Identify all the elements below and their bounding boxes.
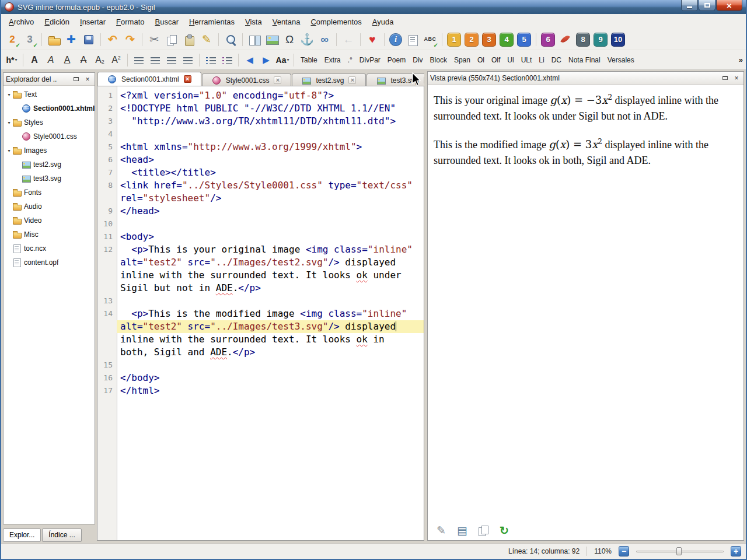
code-line[interactable]: 10 <box>97 218 424 230</box>
indent-icon[interactable]: ▶ <box>259 53 274 67</box>
tree-item-text[interactable]: ▾Text <box>4 88 95 102</box>
plugin-3-icon[interactable]: 3 <box>482 33 496 47</box>
metadata-info-icon[interactable]: i <box>389 33 402 46</box>
epub2-version-icon[interactable]: 2✓ <box>4 32 20 48</box>
tab-close-icon[interactable]: × <box>424 76 424 84</box>
tree-item-audio[interactable]: Audio <box>4 200 95 214</box>
code-line[interactable]: rel="stylesheet"/> <box>97 192 424 205</box>
code-line[interactable]: alt="test2" src="../Images/test2.svg"/> … <box>97 256 424 269</box>
add-existing-files-icon[interactable]: ✚ <box>63 32 79 48</box>
format-button-ult[interactable]: ULt <box>518 54 536 66</box>
align-right-icon[interactable] <box>164 53 179 67</box>
plugin-1-icon[interactable]: 1 <box>447 33 461 47</box>
format-button-divpar[interactable]: DivPar <box>356 54 384 66</box>
menu-formato[interactable]: Formato <box>111 15 149 29</box>
plugin-10-icon[interactable]: 10 <box>611 33 625 47</box>
code-line[interactable]: 1<?xml version="1.0" encoding="utf-8"?> <box>97 89 424 102</box>
code-line[interactable]: both, Sigil and ADE.</p> <box>97 346 424 359</box>
code-line[interactable]: 13 <box>97 295 424 307</box>
tree-item-test3-svg[interactable]: test3.svg <box>4 172 95 186</box>
expand-arrow-icon[interactable]: ▾ <box>6 92 12 97</box>
sidebar-tab-indice[interactable]: Índice ... <box>42 528 81 542</box>
zoom-slider-thumb[interactable] <box>676 547 682 555</box>
cut-icon[interactable]: ✂ <box>146 32 162 48</box>
format-button-extra[interactable]: Extra <box>321 54 344 66</box>
spellcheck-icon[interactable]: ABC✓ <box>422 32 438 48</box>
tree-item-images[interactable]: ▾Images <box>4 144 95 158</box>
menu-buscar[interactable]: Buscar <box>150 15 184 29</box>
format-button-table[interactable]: Table <box>297 54 321 66</box>
copy-selection-icon[interactable] <box>475 522 491 538</box>
tree-item-section0001-xhtml[interactable]: Section0001.xhtml <box>4 102 95 116</box>
plugin-9-icon[interactable]: 9 <box>594 33 608 47</box>
expand-arrow-icon[interactable]: ▾ <box>6 120 12 125</box>
tab-close-icon[interactable]: × <box>184 75 191 83</box>
tree-item-misc[interactable]: Misc <box>4 228 95 242</box>
insert-link-icon[interactable]: ∞ <box>316 32 333 48</box>
menu-archivo[interactable]: Archivo <box>4 15 39 29</box>
code-line[interactable]: 15 <box>97 359 424 372</box>
tree-item-content-opf[interactable]: content.opf <box>4 256 95 270</box>
code-line[interactable]: 8<link href="../Styles/Style0001.css" ty… <box>97 179 424 192</box>
code-line[interactable]: 16</body> <box>97 372 424 384</box>
reports-icon[interactable] <box>404 32 421 48</box>
bullet-list-icon[interactable] <box>203 53 218 67</box>
insert-image-icon[interactable] <box>264 32 280 48</box>
tab-style0001-css[interactable]: Style0001.css× <box>202 74 292 86</box>
split-view-icon[interactable] <box>246 32 263 48</box>
zoom-out-button[interactable]: − <box>619 546 629 556</box>
panel-float-button[interactable] <box>720 74 729 82</box>
plugin-4-icon[interactable]: 4 <box>500 33 514 47</box>
plugin-6-icon[interactable]: 6 <box>541 33 555 47</box>
panel-close-button[interactable]: × <box>83 75 92 83</box>
code-line[interactable]: 9</head> <box>97 205 424 218</box>
tree-item-style0001-css[interactable]: Style0001.css <box>4 130 95 144</box>
format-button-li[interactable]: Li <box>535 54 547 66</box>
superscript-icon[interactable]: A2 <box>109 53 124 67</box>
plugin-2-icon[interactable]: 2 <box>465 33 479 47</box>
expand-arrow-icon[interactable]: ▾ <box>6 148 12 153</box>
format-button-dc[interactable]: DC <box>548 54 565 66</box>
tab-test2-svg[interactable]: test2.svg× <box>292 74 366 86</box>
plugin-8-icon[interactable]: 8 <box>576 33 590 47</box>
minimize-button[interactable] <box>681 0 698 11</box>
code-line[interactable]: 4 <box>97 128 424 141</box>
format-button-ol[interactable]: Ol <box>474 54 488 66</box>
subscript-icon[interactable]: A2 <box>92 53 107 67</box>
menu-complementos[interactable]: Complementos <box>305 15 366 29</box>
tree-item-test2-svg[interactable]: test2.svg <box>4 158 95 172</box>
code-line[interactable]: 12 <p>This is your original image <img c… <box>97 243 424 256</box>
inspector-pen-icon[interactable]: ✎ <box>433 522 449 538</box>
tab-test3-svg[interactable]: test3.svg× <box>366 74 424 86</box>
tab-close-icon[interactable]: × <box>348 76 356 84</box>
undo-icon[interactable]: ↶ <box>104 32 121 48</box>
toolbar-overflow-icon[interactable]: » <box>739 55 743 64</box>
find-replace-icon[interactable] <box>222 32 239 48</box>
tree-item-video[interactable]: Video <box>4 214 95 228</box>
code-line[interactable]: 2<!DOCTYPE html PUBLIC "-//W3C//DTD XHTM… <box>97 102 424 115</box>
tree-item-toc-ncx[interactable]: toc.ncx <box>4 242 95 256</box>
format-button-span[interactable]: Span <box>451 54 474 66</box>
zoom-slider[interactable] <box>636 546 724 556</box>
outdent-icon[interactable]: ◀ <box>242 53 257 67</box>
heading-style-icon[interactable]: h*▾ <box>4 53 19 67</box>
align-center-icon[interactable] <box>148 53 163 67</box>
underline-icon[interactable]: A <box>60 53 75 67</box>
redo-icon[interactable]: ↷ <box>122 32 138 48</box>
tree-item-styles[interactable]: ▾Styles <box>4 116 95 130</box>
numbered-list-icon[interactable] <box>219 53 235 67</box>
tree-item-fonts[interactable]: Fonts <box>4 186 95 200</box>
menu-herramientas[interactable]: Herramientas <box>184 15 240 29</box>
code-line[interactable]: 11<body> <box>97 230 424 243</box>
menu-insertar[interactable]: Insertar <box>75 15 111 29</box>
bold-icon[interactable]: A <box>27 53 42 67</box>
code-line[interactable]: 14 <p>This is the modified image <img cl… <box>97 307 424 320</box>
menu-vista[interactable]: Vista <box>240 15 267 29</box>
panel-float-button[interactable] <box>71 75 81 83</box>
donate-heart-icon[interactable]: ♥ <box>364 32 381 48</box>
format-button-block[interactable]: Block <box>427 54 451 66</box>
code-line[interactable]: Sigil but not in ADE.</p> <box>97 282 424 295</box>
view-source-icon[interactable]: ▤ <box>454 522 470 538</box>
code-line[interactable]: 5<html xmlns="http://www.w3.org/1999/xht… <box>97 141 424 153</box>
italic-icon[interactable]: A <box>43 53 58 67</box>
